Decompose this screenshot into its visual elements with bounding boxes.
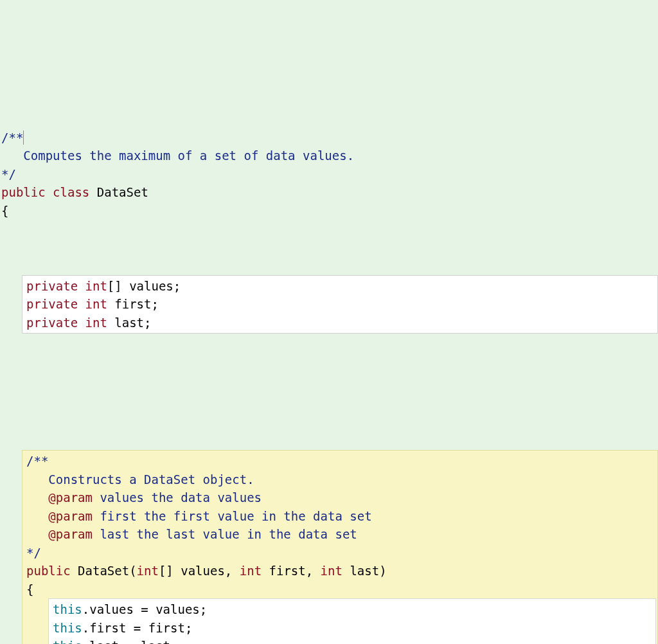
param: first, bbox=[262, 564, 321, 578]
param: last) bbox=[342, 564, 387, 578]
javadoc-text: first the first value in the data set bbox=[93, 509, 372, 523]
keyword-public: public bbox=[1, 185, 46, 199]
javadoc-text: last the last value in the data set bbox=[93, 527, 357, 541]
keyword-int: int bbox=[321, 564, 342, 578]
javadoc-tag-param: @param bbox=[26, 509, 93, 523]
keyword-private: private bbox=[26, 316, 78, 330]
javadoc-tag-param: @param bbox=[26, 490, 93, 505]
keyword-private: private bbox=[26, 279, 78, 293]
assignment: .last = last; bbox=[82, 639, 178, 644]
keyword-this: this bbox=[53, 621, 82, 635]
keyword-int: int bbox=[240, 564, 262, 578]
keyword-int: int bbox=[85, 316, 107, 330]
field-decl: [] values; bbox=[107, 279, 181, 293]
keyword-int: int bbox=[85, 297, 107, 311]
keyword-private: private bbox=[26, 297, 78, 311]
javadoc-close: */ bbox=[26, 546, 41, 560]
field-decl: last; bbox=[107, 316, 152, 330]
class-name: DataSet bbox=[97, 185, 148, 199]
keyword-public: public bbox=[26, 564, 71, 578]
constructor-block: /** Constructs a DataSet object. @param … bbox=[22, 450, 658, 644]
javadoc-open: /** bbox=[1, 130, 23, 145]
spacer bbox=[0, 389, 658, 395]
javadoc-text: values the data values bbox=[93, 490, 262, 505]
keyword-this: this bbox=[53, 602, 82, 616]
file-header-comment: /** Computes the maximum of a set of dat… bbox=[0, 129, 658, 220]
brace-open: { bbox=[1, 204, 8, 218]
constructor-body: this.values = values; this.first = first… bbox=[48, 598, 656, 644]
assignment: .values = values; bbox=[82, 602, 207, 616]
javadoc-line: Computes the maximum of a set of data va… bbox=[1, 148, 354, 163]
assignment: .first = first; bbox=[82, 621, 193, 635]
constructor-name: DataSet( bbox=[71, 564, 137, 578]
param: [] values, bbox=[159, 564, 240, 578]
brace-open: { bbox=[26, 582, 33, 596]
field-decl: first; bbox=[107, 297, 159, 311]
fields-block: private int[] values; private int first;… bbox=[22, 275, 658, 334]
code-editor: /** Computes the maximum of a set of dat… bbox=[0, 73, 658, 644]
keyword-int: int bbox=[85, 279, 107, 293]
keyword-int: int bbox=[137, 564, 159, 578]
javadoc-close: */ bbox=[1, 167, 16, 181]
javadoc-open: /** bbox=[26, 454, 48, 468]
javadoc-tag-param: @param bbox=[26, 527, 93, 541]
keyword-this: this bbox=[53, 639, 82, 644]
keyword-class: class bbox=[53, 185, 89, 199]
javadoc-line: Constructs a DataSet object. bbox=[26, 472, 254, 487]
